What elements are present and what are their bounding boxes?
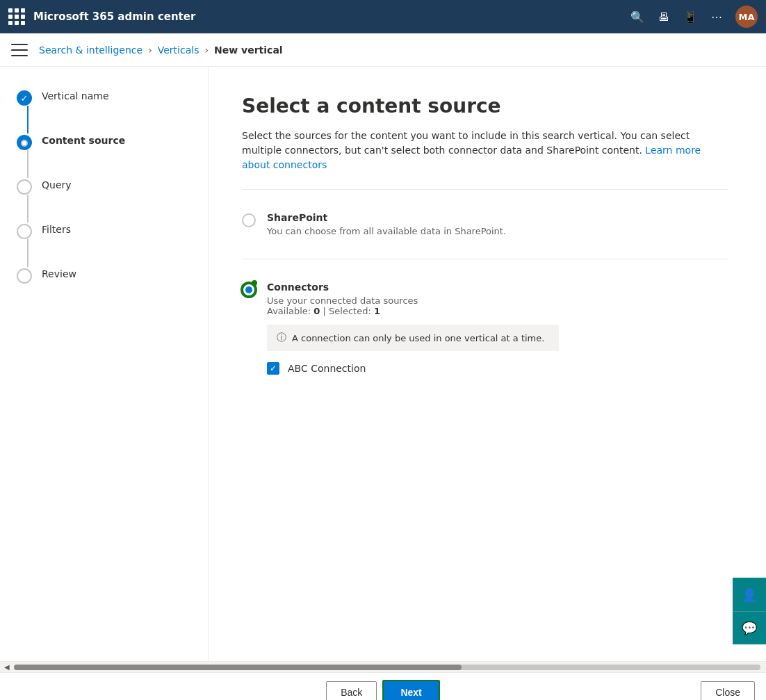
close-button[interactable]: Close xyxy=(701,681,755,701)
helper-person-icon[interactable]: 👤 xyxy=(733,578,766,611)
radio-sharepoint[interactable] xyxy=(242,213,256,227)
breadcrumb-bar: Search & intelligence › Verticals › New … xyxy=(0,33,766,67)
back-button[interactable]: Back xyxy=(326,681,377,701)
option-sharepoint-desc: You can choose from all available data i… xyxy=(267,226,728,236)
breadcrumb-verticals[interactable]: Verticals xyxy=(158,44,199,56)
step-circle-4 xyxy=(17,224,32,239)
bottom-bar: Back Next Close xyxy=(0,672,766,700)
breadcrumb-new-vertical: New vertical xyxy=(214,44,283,56)
app-launcher-icon[interactable] xyxy=(8,8,25,25)
avail-label: Available: xyxy=(267,306,313,316)
main-layout: ✓ Vertical name Content source Query xyxy=(0,67,766,661)
step-label-5: Review xyxy=(42,268,76,279)
breadcrumb-search-intelligence[interactable]: Search & intelligence xyxy=(39,44,142,56)
screen-icon[interactable]: 🖶 xyxy=(656,9,671,24)
breadcrumb-sep-2: › xyxy=(204,44,209,56)
info-message: A connection can only be used in one ver… xyxy=(292,333,544,343)
step-query: Query xyxy=(17,178,191,222)
divider-1 xyxy=(242,189,728,190)
breadcrumb-sep-1: › xyxy=(148,44,152,56)
search-icon[interactable]: 🔍 xyxy=(630,9,645,24)
helper-chat-icon[interactable]: 💬 xyxy=(733,611,766,644)
avatar[interactable]: MA xyxy=(735,6,758,28)
checkmark-icon: ✓ xyxy=(21,93,28,104)
step-circle-1: ✓ xyxy=(17,90,32,106)
option-connectors[interactable]: Connectors Use your connected data sourc… xyxy=(242,270,728,386)
step-connector-2 xyxy=(27,150,28,178)
option-sharepoint-title: SharePoint xyxy=(267,212,728,223)
checkbox-check-icon: ✓ xyxy=(270,364,277,373)
option-sharepoint[interactable]: SharePoint You can choose from all avail… xyxy=(242,201,728,247)
step-review: Review xyxy=(17,267,191,284)
step-connector-3 xyxy=(27,195,28,222)
phone-icon[interactable]: 📱 xyxy=(683,9,698,24)
option-connectors-title: Connectors xyxy=(267,282,728,293)
step-filters: Filters xyxy=(17,222,191,267)
availability-text: Available: 0 | Selected: 1 xyxy=(267,306,728,316)
step-label-3: Query xyxy=(42,179,72,190)
step-connector-4 xyxy=(27,239,28,267)
step-connector-1 xyxy=(27,106,28,133)
step-active-inner xyxy=(21,140,28,147)
page-title: Select a content source xyxy=(242,95,733,117)
scroll-thumb xyxy=(14,665,462,670)
scroll-track[interactable] xyxy=(14,665,760,670)
scroll-bar-area: ◀ xyxy=(0,661,766,672)
top-bar-actions: 🔍 🖶 📱 ⋯ MA xyxy=(630,6,758,28)
divider-2 xyxy=(242,259,728,259)
step-circle-3 xyxy=(17,179,32,195)
connection-checkbox-row[interactable]: ✓ ABC Connection xyxy=(267,362,728,375)
scroll-left-arrow[interactable]: ◀ xyxy=(3,663,11,671)
content-description: Select the sources for the content you w… xyxy=(242,129,715,172)
next-button[interactable]: Next xyxy=(382,680,439,701)
step-label-4: Filters xyxy=(42,224,71,235)
app-title: Microsoft 365 admin center xyxy=(33,10,621,23)
top-navbar: Microsoft 365 admin center 🔍 🖶 📱 ⋯ MA xyxy=(0,0,766,33)
step-label-1: Vertical name xyxy=(42,90,109,101)
ellipsis-icon[interactable]: ⋯ xyxy=(709,9,724,24)
right-helper-panel: 👤 💬 xyxy=(733,578,766,644)
option-connectors-content: Connectors Use your connected data sourc… xyxy=(267,282,728,375)
radio-connectors-inner xyxy=(245,286,252,293)
sidebar-stepper: ✓ Vertical name Content source Query xyxy=(0,67,209,661)
step-vertical-name: ✓ Vertical name xyxy=(17,89,191,133)
green-dot-indicator xyxy=(252,280,257,286)
connection-label: ABC Connection xyxy=(288,363,366,374)
step-circle-2 xyxy=(17,135,32,150)
description-text: Select the sources for the content you w… xyxy=(242,130,690,156)
step-label-2: Content source xyxy=(42,135,125,146)
option-sharepoint-content: SharePoint You can choose from all avail… xyxy=(267,212,728,236)
content-area: Select a content source Select the sourc… xyxy=(209,67,766,661)
info-icon: ⓘ xyxy=(277,332,286,344)
step-content-source: Content source xyxy=(17,133,191,178)
abc-connection-checkbox[interactable]: ✓ xyxy=(267,362,279,375)
option-connectors-desc: Use your connected data sources xyxy=(267,295,728,306)
selected-count: 1 xyxy=(374,306,380,316)
selected-label: | Selected: xyxy=(320,306,374,316)
info-box: ⓘ A connection can only be used in one v… xyxy=(267,325,559,351)
step-circle-5 xyxy=(17,268,32,284)
hamburger-menu-icon[interactable] xyxy=(11,44,28,56)
